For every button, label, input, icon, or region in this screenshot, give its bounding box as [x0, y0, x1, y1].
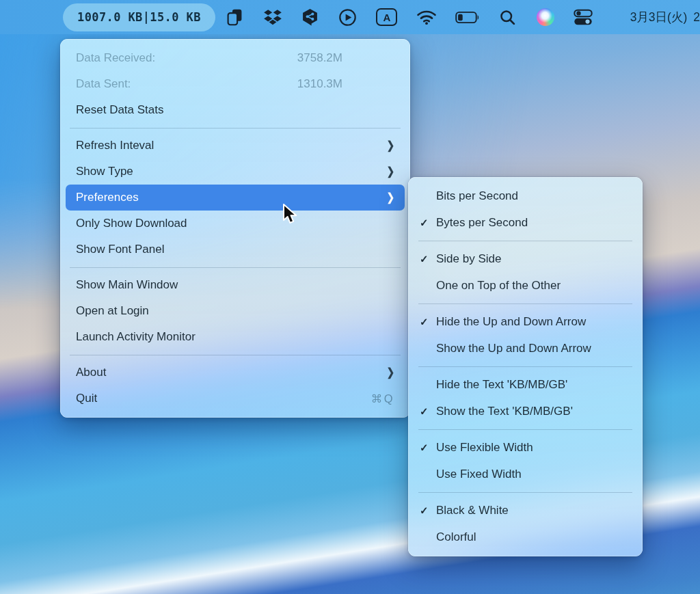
mouse-cursor: [282, 203, 300, 226]
menu-item-label: Data Received:: [76, 51, 155, 65]
menu-item-label: Hide the Up and Down Arrow: [436, 315, 586, 329]
menu-item-data-sent: Data Sent:1310.3M: [66, 71, 405, 97]
menu-item-label: One on Top of the Other: [436, 279, 561, 293]
checkmark-icon: ✓: [420, 316, 436, 328]
menu-item-label: Show Font Panel: [76, 243, 164, 256]
menu-item-show-the-up-and-down-arrow[interactable]: Show the Up and Down Arrow: [414, 336, 637, 362]
menu-separator: [418, 429, 632, 430]
main-dropdown-menu: Data Received:3758.2MData Sent:1310.3MRe…: [60, 39, 410, 418]
menu-item-open-at-login[interactable]: Open at Login: [66, 298, 405, 324]
keyboard-shortcut: ⌘Q: [371, 392, 394, 405]
menu-item-show-the-text-kb-mb-gb[interactable]: ✓Show the Text 'KB/MB/GB': [414, 399, 637, 425]
checkmark-icon: ✓: [420, 217, 436, 229]
checkmark-icon: ✓: [420, 253, 436, 265]
hexagon-share-icon[interactable]: [300, 7, 321, 27]
menu-bar-clock-area: 3月3日(火) 2: [630, 9, 700, 25]
menu-item-launch-activity-monitor[interactable]: Launch Activity Monitor: [66, 324, 405, 350]
menu-item-label: Launch Activity Monitor: [76, 330, 196, 344]
clipboard-icon[interactable]: [225, 7, 245, 27]
menu-separator: [418, 492, 632, 493]
menu-item-data-received: Data Received:3758.2M: [66, 45, 405, 71]
menu-item-use-flexible-width[interactable]: ✓Use Flexible Width: [414, 435, 637, 461]
menu-item-hide-the-up-and-down-arrow[interactable]: ✓Hide the Up and Down Arrow: [414, 309, 637, 336]
preferences-submenu: Bits per Second✓Bytes per Second✓Side by…: [408, 177, 643, 556]
menu-item-side-by-side[interactable]: ✓Side by Side: [414, 246, 637, 273]
menu-item-label: Bytes per Second: [436, 216, 528, 230]
menu-bar-time-partial: 2: [693, 10, 700, 25]
checkmark-icon: ✓: [420, 442, 436, 454]
menu-item-value: 1310.3M: [297, 77, 342, 91]
menu-bar-icons: A: [225, 7, 593, 27]
menu-item-label: Show Main Window: [76, 278, 178, 292]
menu-separator: [418, 366, 632, 367]
battery-icon[interactable]: [455, 7, 481, 27]
menu-separator: [70, 267, 401, 268]
menu-separator: [70, 355, 401, 355]
play-circle-icon[interactable]: [338, 7, 358, 27]
menu-item-value: 3758.2M: [297, 51, 342, 65]
menu-item-reset-data-stats[interactable]: Reset Data Stats: [66, 97, 405, 123]
menu-separator: [418, 303, 632, 304]
menu-item-refresh-inteval[interactable]: Refresh Inteval❯: [66, 133, 405, 159]
control-center-icon[interactable]: [573, 7, 593, 27]
siri-orb: [537, 8, 554, 26]
menu-item-show-font-panel[interactable]: Show Font Panel: [66, 237, 405, 262]
input-source-label: A: [376, 8, 397, 26]
menu-item-label: Preferences: [76, 191, 139, 204]
network-speed-text: 1007.0 KB|15.0 KB: [77, 10, 201, 24]
menu-item-show-main-window[interactable]: Show Main Window: [66, 272, 405, 298]
menu-separator: [418, 241, 632, 241]
menu-item-label: Data Sent:: [76, 77, 131, 91]
menu-item-show-type[interactable]: Show Type❯: [66, 159, 405, 185]
checkmark-icon: ✓: [420, 504, 436, 517]
menu-item-label: Colorful: [436, 530, 476, 544]
submenu-chevron-icon: ❯: [387, 140, 394, 151]
menu-item-bytes-per-second[interactable]: ✓Bytes per Second: [414, 210, 637, 237]
submenu-chevron-icon: ❯: [387, 166, 394, 177]
menu-item-label: Side by Side: [436, 252, 501, 266]
menu-separator: [70, 128, 401, 129]
input-source-icon[interactable]: A: [375, 7, 399, 27]
submenu-chevron-icon: ❯: [387, 192, 394, 203]
menu-item-hide-the-text-kb-mb-gb[interactable]: Hide the Text 'KB/MB/GB': [414, 372, 637, 399]
menu-item-label: Open at Login: [76, 304, 149, 318]
menu-item-label: Hide the Text 'KB/MB/GB': [436, 378, 567, 392]
menu-item-label: Use Flexible Width: [436, 441, 533, 455]
menu-item-one-on-top-of-the-other[interactable]: One on Top of the Other: [414, 273, 637, 299]
menu-bar: 1007.0 KB|15.0 KB: [0, 0, 700, 34]
menu-item-label: Show the Up and Down Arrow: [436, 342, 591, 355]
network-monitor-status-item[interactable]: 1007.0 KB|15.0 KB: [63, 3, 215, 31]
menu-item-label: Black & White: [436, 504, 509, 517]
menu-item-label: Only Show Download: [76, 217, 187, 230]
menu-item-label: Show Type: [76, 165, 133, 178]
menu-item-label: Quit: [76, 392, 97, 405]
dropbox-icon[interactable]: [262, 7, 283, 27]
menu-item-label: Refresh Inteval: [76, 139, 154, 152]
menu-item-label: Use Fixed Width: [436, 468, 522, 481]
menu-item-black-white[interactable]: ✓Black & White: [414, 498, 637, 524]
menu-item-label: Show the Text 'KB/MB/GB': [436, 405, 573, 418]
siri-icon[interactable]: [535, 7, 556, 27]
spotlight-search-icon[interactable]: [498, 7, 518, 27]
menu-item-about[interactable]: About❯: [66, 360, 405, 386]
menu-bar-date[interactable]: 3月3日(火): [630, 9, 688, 25]
menu-item-only-show-download[interactable]: Only Show Download: [66, 211, 405, 237]
menu-item-bits-per-second[interactable]: Bits per Second: [414, 183, 637, 210]
wifi-icon[interactable]: [416, 7, 438, 27]
menu-item-label: Bits per Second: [436, 189, 518, 203]
menu-item-label: Reset Data Stats: [76, 103, 164, 117]
submenu-chevron-icon: ❯: [387, 367, 394, 378]
menu-item-quit[interactable]: Quit⌘Q: [66, 386, 405, 411]
menu-item-preferences[interactable]: Preferences❯: [66, 185, 405, 211]
menu-item-label: About: [76, 366, 106, 379]
checkmark-icon: ✓: [420, 405, 436, 418]
menu-item-use-fixed-width[interactable]: Use Fixed Width: [414, 461, 637, 488]
menu-item-colorful[interactable]: Colorful: [414, 524, 637, 551]
